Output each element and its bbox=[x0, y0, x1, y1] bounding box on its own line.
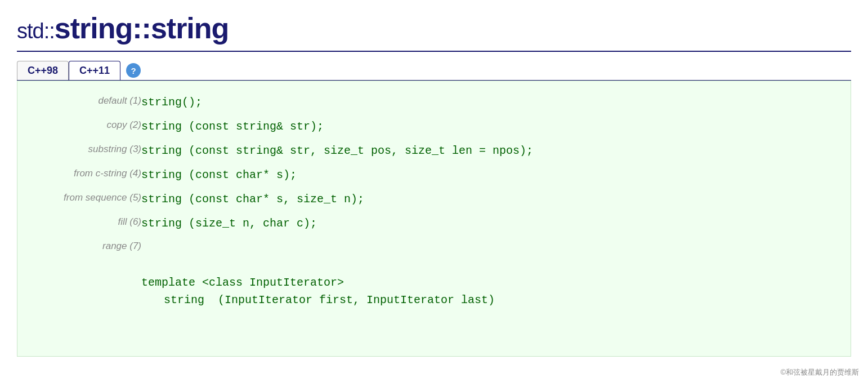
range-line1: template <class InputIterator> bbox=[141, 274, 834, 291]
row-label: from sequence (5) bbox=[29, 187, 141, 211]
range-line2: string (InputIterator first, InputIterat… bbox=[141, 291, 834, 309]
row-label-range: range (7) bbox=[29, 236, 141, 347]
table-row: substring (3) string (const string& str,… bbox=[29, 139, 834, 163]
row-code: string (const string& str, size_t pos, s… bbox=[141, 139, 834, 163]
table-row: from c-string (4) string (const char* s)… bbox=[29, 163, 834, 187]
table-row: from sequence (5) string (const char* s,… bbox=[29, 187, 834, 211]
row-code: string(); bbox=[141, 90, 834, 114]
table-row-range: range (7) template <class InputIterator>… bbox=[29, 236, 834, 347]
page-title: std::string::string bbox=[17, 11, 851, 45]
title-divider bbox=[17, 51, 851, 52]
watermark: ©和弦被星戴月的贾维斯 bbox=[780, 367, 859, 377]
row-code: string (const char* s); bbox=[141, 163, 834, 187]
code-table: default (1) string(); copy (2) string (c… bbox=[29, 90, 834, 347]
page-wrapper: std::string::string C++98 C++11 ? defaul… bbox=[0, 0, 868, 368]
row-label: copy (2) bbox=[29, 114, 141, 139]
row-code-range: template <class InputIterator> string (I… bbox=[141, 236, 834, 347]
code-section: default (1) string(); copy (2) string (c… bbox=[17, 81, 851, 357]
row-label: from c-string (4) bbox=[29, 163, 141, 187]
title-prefix: std:: bbox=[17, 19, 55, 43]
row-code: string (const string& str); bbox=[141, 114, 834, 139]
row-label: fill (6) bbox=[29, 211, 141, 236]
table-row: default (1) string(); bbox=[29, 90, 834, 114]
table-row: copy (2) string (const string& str); bbox=[29, 114, 834, 139]
row-label: substring (3) bbox=[29, 139, 141, 163]
tabs-row: C++98 C++11 ? bbox=[17, 61, 851, 80]
range-code-block: template <class InputIterator> string (I… bbox=[141, 274, 834, 309]
title-main: string::string bbox=[55, 12, 229, 45]
row-code: string (const char* s, size_t n); bbox=[141, 187, 834, 211]
table-row: fill (6) string (size_t n, char c); bbox=[29, 211, 834, 236]
row-code: string (size_t n, char c); bbox=[141, 211, 834, 236]
row-label: default (1) bbox=[29, 90, 141, 114]
help-button[interactable]: ? bbox=[126, 63, 141, 78]
tab-cpp98[interactable]: C++98 bbox=[17, 61, 69, 80]
tab-cpp11[interactable]: C++11 bbox=[69, 61, 120, 80]
